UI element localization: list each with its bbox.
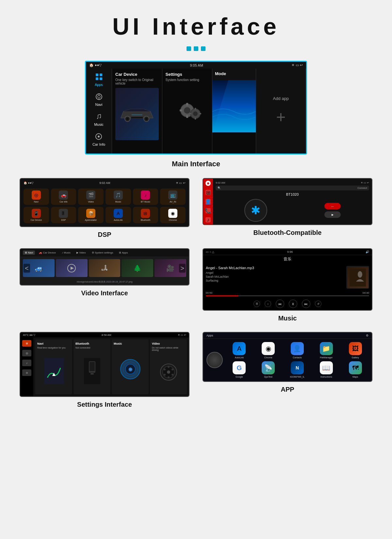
music-repeat-btn[interactable]: ↺: [315, 301, 321, 307]
settings-card-music[interactable]: Music ◉: [112, 339, 149, 394]
dot-1: [187, 46, 191, 51]
svg-rect-21: [186, 103, 188, 106]
svg-rect-29: [189, 113, 191, 114]
dsp-autolink-icon: A: [114, 209, 123, 218]
settings-frame: 40°C ●● ▽ 8:58 AM ☀ ▭ ↩ ⊞ ◎ ♪ ⊙: [20, 332, 189, 397]
contacts-icon: 👤: [291, 342, 304, 355]
dsp-app-music[interactable]: 🎵 Music: [106, 188, 131, 205]
settings-nav-music[interactable]: ♪: [22, 360, 31, 366]
dsp-app-chrome[interactable]: ◉ Chrome: [160, 207, 186, 223]
video-thumb-3[interactable]: 🏞: [89, 259, 121, 277]
music-info: Angel - Sarah McLachlan.mp3 Angel Sarah …: [206, 266, 343, 289]
svg-point-52: [172, 374, 173, 376]
card-mode[interactable]: Mode: [212, 69, 256, 154]
sidebar-item-apps[interactable]: Apps: [94, 72, 104, 87]
svg-point-55: [164, 368, 166, 370]
video-tab-system[interactable]: ⚙ System settings: [90, 251, 115, 255]
dsp-app-cardevice[interactable]: 📱 Car Device: [24, 207, 49, 223]
music-screen: ▭ ○ △ 9:96 🔊 音乐 Angel - Sarah McLachlan.…: [203, 249, 372, 310]
music-icon: [94, 112, 104, 122]
app-icon-maps[interactable]: 🗺 Maps: [342, 361, 368, 378]
card-settings-image: [166, 84, 209, 137]
dsp-app-navi[interactable]: ◎ Navi: [24, 188, 49, 205]
dsp-app-carinfo[interactable]: 🚗 Car info: [51, 188, 76, 205]
sidebar-item-carinfo[interactable]: Car Info: [92, 132, 105, 146]
app-icons-grid: A AutoLink ◉ Chrome 👤 Contacts 📁: [226, 342, 368, 378]
gallery-icon: 🖼: [349, 342, 362, 355]
music-prev-btn[interactable]: ⏮: [276, 300, 284, 308]
bt-icons: ☀ ▭ ↩: [361, 181, 369, 184]
dsp-app-bluetooth[interactable]: ⊞ Bluetooth: [133, 207, 158, 223]
app-icon-autolink[interactable]: A AutoLink: [226, 342, 253, 359]
svg-point-56: [167, 370, 170, 374]
video-next-btn[interactable]: >: [179, 264, 186, 272]
app-icon-google[interactable]: G Google: [226, 361, 253, 378]
music-progress-bar[interactable]: [206, 295, 369, 296]
music-cover-inner: [347, 267, 368, 288]
main-interface-label: Main Interface: [172, 160, 220, 168]
dsp-app-btmusic[interactable]: ♪ BT Music: [133, 188, 158, 205]
dsp-music-icon: 🎵: [114, 190, 123, 200]
video-tab-navi[interactable]: ⊞ Navi: [23, 251, 35, 255]
bt-disconnect-btn[interactable]: —: [324, 203, 341, 209]
video-tab-apps[interactable]: ⊞ Apps: [117, 251, 130, 255]
dot-2: [194, 46, 198, 51]
dsp-app-apkinstaller[interactable]: 📦 ApkInstaller: [78, 207, 104, 223]
svg-point-54: [164, 374, 166, 376]
music-next-btn[interactable]: ⏭: [302, 300, 310, 308]
dsp-app-video[interactable]: 🎬 Video: [78, 188, 104, 205]
app-icon-igo[interactable]: N iGO687W0_IL: [284, 361, 311, 378]
music-album: Surfacing: [206, 279, 343, 282]
settings-card-navi[interactable]: Navi Real time navigation for you: [35, 339, 72, 394]
dsp-app-autolink[interactable]: A AutoLink: [106, 207, 131, 223]
settings-nav-apps[interactable]: ⊞: [22, 340, 31, 347]
music-progress: 00:50 04:30: [203, 291, 372, 296]
bt-search-bar[interactable]: 🔍 Connect: [216, 186, 369, 190]
settings-card-video[interactable]: Video Do not watch videos while driving: [150, 339, 187, 394]
bt-sidebar-music-icon: ♪: [205, 217, 211, 222]
contacts-label: Contacts: [293, 356, 302, 359]
settings-nav-navi[interactable]: ◎: [22, 350, 31, 356]
music-topbar-icons: ▭ ○ △: [206, 250, 214, 253]
app-icon-instructions[interactable]: 📖 Instructions: [313, 361, 339, 378]
video-tab-video[interactable]: ▶ Video: [74, 251, 88, 255]
card-add-app[interactable]: Add app +: [256, 69, 306, 154]
card-settings[interactable]: Settings System function setting: [162, 69, 213, 154]
app-icon-gallery[interactable]: 🖼 Gallery: [342, 342, 368, 359]
dsp-app-dsp[interactable]: 🎚 DSP: [51, 207, 76, 223]
music-eq-btn[interactable]: ↕: [265, 301, 271, 307]
settings-nav-carinfo[interactable]: ⊙: [22, 369, 31, 376]
music-topbar-time: 9:96: [287, 250, 293, 253]
video-tab-music[interactable]: ♪ Music: [60, 251, 73, 255]
main-topbar: 🏠 ●●▽ 9:05 AM ☀ ▭ ↩: [86, 62, 306, 69]
music-cover-art: [346, 266, 369, 289]
settings-label: Settings Interface: [77, 401, 132, 408]
card-add-title: Add app: [273, 96, 289, 101]
topbar-icons: ☀ ▭ ↩: [291, 63, 303, 67]
music-play-btn[interactable]: ⏸: [289, 300, 297, 308]
bt-connect-btn[interactable]: ▶: [324, 211, 341, 218]
music-progress-fill: [206, 295, 238, 296]
music-playlist-btn[interactable]: ☰: [253, 301, 260, 307]
app-icon-gpstest[interactable]: 📡 GpsTest: [255, 361, 282, 378]
app-icon-filemanager[interactable]: 📁 FileManager: [313, 342, 339, 359]
settings-card-music-content: ◉: [114, 347, 147, 392]
sidebar-item-music[interactable]: Music: [94, 112, 104, 126]
sidebar-item-navi[interactable]: Navi: [94, 92, 104, 106]
app-icon-contacts[interactable]: 👤 Contacts: [284, 342, 311, 359]
svg-rect-28: [195, 118, 196, 120]
card-car-device[interactable]: Car Device One key switch to Original ve…: [112, 69, 162, 154]
video-thumb-2[interactable]: [56, 259, 88, 277]
carinfo-icon: [94, 132, 104, 141]
app-icon-chrome[interactable]: ◉ Chrome: [255, 342, 282, 359]
video-thumb-4[interactable]: 🌲: [122, 259, 153, 277]
video-tab-cardevice[interactable]: 🚗 Car Device: [37, 251, 58, 255]
main-screen-body: Apps Navi: [86, 69, 306, 154]
video-prev-btn[interactable]: <: [24, 264, 30, 272]
bt-time: 9:02 AM: [216, 181, 225, 184]
card-car-device-title: Car Device: [115, 72, 159, 77]
svg-rect-1: [100, 74, 102, 76]
video-frame: ⊞ Navi 🚗 Car Device ♪ Music ▶ Video ⚙ Sy…: [20, 248, 189, 286]
settings-card-bluetooth[interactable]: Bluetooth Not connected: [74, 339, 110, 394]
dsp-app-avin[interactable]: 📺 AV_IN: [160, 188, 186, 205]
